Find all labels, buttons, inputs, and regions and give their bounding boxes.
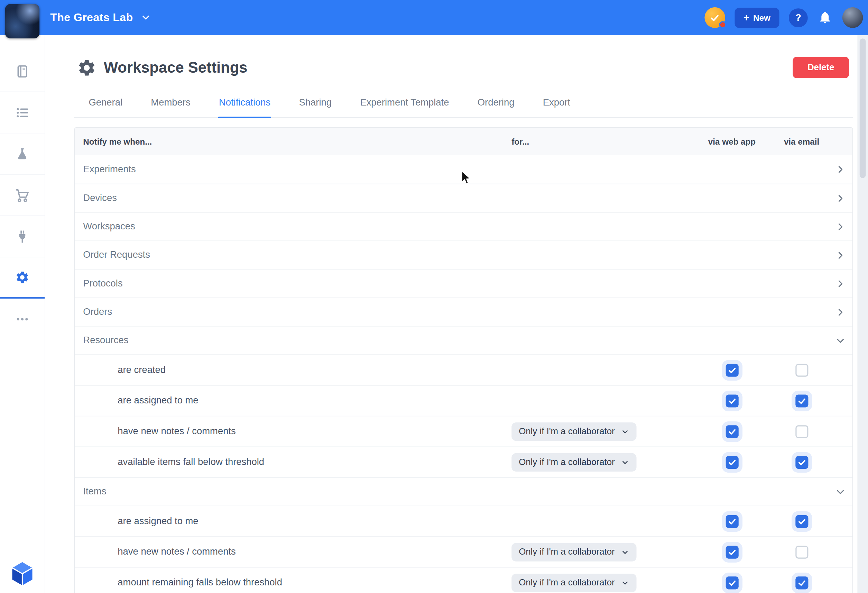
tab-members[interactable]: Members [151, 97, 191, 117]
setting-label: are assigned to me [83, 516, 511, 527]
web-app-checkbox[interactable] [726, 364, 738, 376]
column-header-web: via web app [696, 137, 768, 146]
notifications-button[interactable] [817, 10, 833, 25]
for-select-value: Only if I'm a collaborator [519, 547, 614, 557]
sidebar [0, 35, 45, 593]
web-app-checkbox[interactable] [726, 395, 738, 407]
new-button[interactable]: + New [735, 7, 779, 28]
chevron-down-icon[interactable] [835, 487, 846, 497]
setting-row: amount remaining falls below thresholdOn… [75, 567, 852, 593]
setting-row: are assigned to me [75, 385, 852, 416]
for-select-value: Only if I'm a collaborator [519, 457, 614, 467]
status-avatar[interactable] [704, 7, 725, 28]
bell-icon [818, 10, 833, 24]
scrollbar[interactable] [857, 35, 868, 593]
notifications-table: Notify me when... for... via web app via… [74, 127, 853, 593]
category-label: Orders [83, 306, 511, 318]
tab-experiment-template[interactable]: Experiment Template [360, 97, 450, 117]
for-select[interactable]: Only if I'm a collaborator [511, 422, 636, 441]
setting-label: have new notes / comments [83, 426, 511, 437]
email-checkbox[interactable] [795, 425, 808, 438]
tab-sharing[interactable]: Sharing [298, 97, 332, 117]
for-select-value: Only if I'm a collaborator [519, 578, 614, 588]
for-select-value: Only if I'm a collaborator [519, 426, 614, 436]
sidebar-item-resources[interactable] [0, 133, 44, 175]
chevron-right-icon[interactable] [835, 250, 846, 260]
email-checkbox[interactable] [795, 515, 808, 528]
notification-dot [719, 21, 726, 28]
table-header: Notify me when... for... via web app via… [75, 128, 852, 155]
labstep-logo[interactable] [9, 561, 35, 587]
sidebar-item-tasks[interactable] [0, 92, 44, 133]
cart-icon [15, 188, 30, 203]
for-select[interactable]: Only if I'm a collaborator [511, 453, 636, 471]
email-checkbox[interactable] [795, 364, 808, 376]
setting-label: available items fall below threshold [83, 457, 511, 468]
sidebar-item-settings[interactable] [0, 257, 44, 299]
task-list-icon [15, 105, 30, 120]
category-row[interactable]: Devices [75, 184, 852, 212]
workspace-name[interactable]: The Greats Lab [50, 11, 133, 24]
category-row[interactable]: Order Requests [75, 241, 852, 269]
category-row[interactable]: Protocols [75, 269, 852, 297]
setting-row: available items fall below thresholdOnly… [75, 446, 852, 477]
content: Workspace Settings Delete GeneralMembers… [74, 54, 853, 593]
category-label: Order Requests [83, 250, 511, 260]
web-app-checkbox[interactable] [726, 425, 738, 438]
chevron-down-icon[interactable] [835, 335, 846, 346]
journal-icon [15, 64, 30, 78]
chevron-right-icon[interactable] [835, 193, 846, 203]
tab-export[interactable]: Export [542, 97, 571, 117]
column-header-for: for... [511, 137, 695, 146]
sidebar-item-more[interactable] [0, 299, 44, 340]
web-app-checkbox[interactable] [726, 577, 738, 589]
sidebar-items [0, 51, 44, 340]
new-button-label: New [753, 13, 771, 22]
workspace-avatar[interactable] [5, 4, 40, 38]
tabs: GeneralMembersNotificationsSharingExperi… [74, 97, 853, 118]
email-checkbox[interactable] [795, 395, 808, 407]
category-label: Experiments [83, 164, 511, 175]
settings-icon [15, 270, 30, 284]
category-row[interactable]: Workspaces [75, 212, 852, 241]
chevron-right-icon[interactable] [835, 306, 846, 317]
sidebar-item-journal[interactable] [0, 51, 44, 92]
web-app-checkbox[interactable] [726, 455, 738, 469]
table-body: ExperimentsDevicesWorkspacesOrder Reques… [75, 155, 852, 593]
column-header-email: via email [768, 137, 835, 146]
web-app-checkbox[interactable] [726, 515, 738, 528]
email-checkbox[interactable] [795, 455, 808, 469]
setting-label: have new notes / comments [83, 546, 511, 558]
column-header-when: Notify me when... [83, 137, 511, 146]
category-label: Protocols [83, 278, 511, 289]
plus-icon: + [744, 12, 749, 22]
chevron-down-icon[interactable] [142, 13, 151, 22]
tab-ordering[interactable]: Ordering [477, 97, 515, 117]
for-select[interactable]: Only if I'm a collaborator [511, 543, 636, 561]
help-button[interactable]: ? [789, 8, 808, 27]
web-app-checkbox[interactable] [726, 546, 738, 558]
chevron-right-icon[interactable] [835, 164, 846, 175]
category-label: Workspaces [83, 221, 511, 232]
chevron-right-icon[interactable] [835, 222, 846, 232]
category-label: Items [83, 486, 511, 497]
category-row[interactable]: Orders [75, 297, 852, 326]
tab-notifications[interactable]: Notifications [218, 97, 271, 117]
email-checkbox[interactable] [795, 577, 808, 589]
user-avatar[interactable] [842, 7, 863, 28]
tab-general[interactable]: General [88, 97, 123, 117]
app-root: The Greats Lab + New ? [0, 0, 868, 593]
sidebar-item-devices[interactable] [0, 216, 44, 257]
setting-label: amount remaining falls below threshold [83, 577, 511, 588]
sidebar-item-ordering[interactable] [0, 175, 44, 216]
category-row[interactable]: Experiments [75, 155, 852, 183]
delete-button[interactable]: Delete [793, 57, 849, 78]
for-select[interactable]: Only if I'm a collaborator [511, 573, 636, 592]
setting-row: are assigned to me [75, 506, 852, 536]
email-checkbox[interactable] [795, 546, 808, 558]
page-title: Workspace Settings [104, 59, 248, 76]
chevron-right-icon[interactable] [835, 278, 846, 289]
scrollbar-thumb[interactable] [860, 38, 866, 178]
category-row[interactable]: Items [75, 477, 852, 506]
category-row[interactable]: Resources [75, 326, 852, 354]
